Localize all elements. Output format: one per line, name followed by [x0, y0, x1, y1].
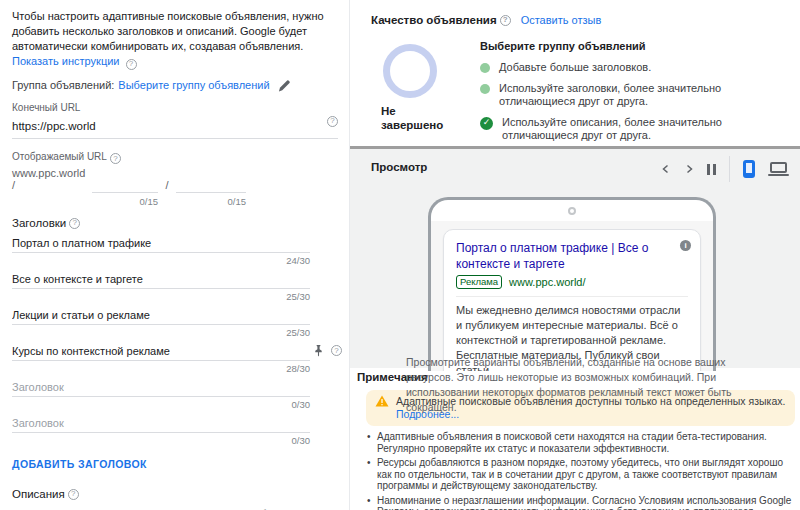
help-icon[interactable]: ? — [500, 15, 511, 26]
final-url-field[interactable]: https://ppc.world ? — [12, 116, 338, 139]
headline-input[interactable]: Все о контексте и таргете — [12, 272, 310, 289]
display-url-counters: 0/15 0/15 — [12, 196, 338, 207]
headline-counter: 28/30 — [12, 363, 310, 374]
headline-input-placeholder[interactable]: Заголовок — [12, 416, 310, 433]
preview-controls — [661, 157, 789, 181]
display-url-label-text: Отображаемый URL — [12, 151, 107, 162]
mobile-preview-button[interactable] — [743, 160, 755, 178]
select-ad-group-link[interactable]: Выберите группу объявлений — [118, 79, 269, 91]
help-icon[interactable]: ? — [110, 153, 121, 164]
headline-field-4[interactable]: Курсы по контекстной рекламе ? 28/30 — [12, 344, 310, 374]
headline-counter: 0/30 — [12, 435, 310, 446]
headline-input[interactable]: Курсы по контекстной рекламе — [12, 344, 310, 361]
headlines-heading: Заголовки? — [12, 217, 338, 229]
suggestion-item: Добавьте больше заголовков. — [480, 61, 794, 75]
note-item: •Адаптивные объявления в поисковой сети … — [366, 431, 795, 454]
ad-quality-panel: Качество объявления ? Оставить отзыв Не … — [350, 0, 800, 146]
path1-input[interactable] — [92, 178, 158, 193]
edit-pencil-icon[interactable] — [278, 79, 291, 92]
pause-icon[interactable] — [707, 164, 716, 175]
add-headline-button[interactable]: ДОБАВИТЬ ЗАГОЛОВОК — [12, 458, 147, 470]
suggestion-item: Используйте заголовки, более значительно… — [480, 82, 794, 109]
quality-suggestions: Выберите группу объявлений Добавьте боль… — [480, 40, 794, 150]
suggestions-title: Выберите группу объявлений — [480, 40, 794, 52]
help-icon[interactable]: ? — [331, 345, 342, 356]
note-text: Напоминание о неразглашении информации. … — [377, 495, 791, 510]
final-url-label: Конечный URL — [12, 102, 338, 113]
right-column: Качество объявления ? Оставить отзыв Не … — [349, 0, 800, 510]
headline-input-placeholder[interactable]: Заголовок — [12, 380, 310, 397]
intro-body: Чтобы настроить адаптивные поисковые объ… — [12, 10, 324, 52]
pending-dot-icon — [480, 84, 490, 94]
ad-card-divider — [456, 296, 688, 297]
ad-url-row: Реклама www.ppc.world/ — [456, 275, 688, 289]
display-url-label: Отображаемый URL? — [12, 151, 338, 165]
suggestion-item: ✓ Используйте описания, более значительн… — [480, 116, 794, 143]
display-url-base: www.ppc.world / — [12, 167, 90, 193]
ad-group-label: Группа объявлений: — [12, 79, 114, 91]
notes-list: •Адаптивные объявления в поисковой сети … — [366, 431, 795, 510]
help-icon[interactable]: ? — [327, 116, 338, 127]
headline-counter: 24/30 — [12, 255, 310, 266]
headline-counter: 0/30 — [12, 399, 310, 410]
preview-panel: Просмотр Портал о платном трафике | Все … — [350, 146, 800, 368]
check-circle-icon: ✓ — [480, 117, 493, 130]
pin-icon[interactable] — [313, 344, 324, 357]
descriptions-heading-text: Описания — [12, 488, 65, 500]
suggestion-text: Добавьте больше заголовков. — [499, 61, 651, 75]
preview-title: Просмотр — [371, 161, 427, 173]
suggestion-text: Используйте описания, более значительно … — [502, 116, 794, 143]
headlines-heading-text: Заголовки — [12, 217, 66, 229]
leave-feedback-link[interactable]: Оставить отзыв — [521, 14, 602, 26]
final-url-value: https://ppc.world — [12, 120, 96, 132]
help-icon[interactable]: ? — [69, 218, 80, 229]
path-separator: / — [160, 179, 174, 193]
phone-screen: Портал о платном трафике | Все о контекс… — [431, 221, 713, 371]
headline-field-5[interactable]: Заголовок 0/30 — [12, 380, 310, 410]
ad-preview-headline[interactable]: Портал о платном трафике | Все о контекс… — [456, 240, 688, 272]
descriptions-heading: Описания? — [12, 488, 338, 500]
headline-input[interactable]: Лекции и статьи о рекламе — [12, 308, 310, 325]
ad-preview-card: Портал о платном трафике | Все о контекс… — [443, 229, 701, 371]
warning-icon — [375, 395, 389, 407]
ad-group-row: Группа объявлений: Выберите группу объяв… — [12, 79, 338, 92]
headline-input[interactable]: Портал о платном трафике — [12, 236, 310, 253]
path1-counter: 0/15 — [92, 196, 158, 207]
next-variant-button[interactable] — [684, 164, 694, 174]
note-item: •Напоминание о неразглашении информации.… — [366, 495, 795, 510]
intro-text: Чтобы настроить адаптивные поисковые объ… — [12, 9, 348, 70]
headline-field-3[interactable]: Лекции и статьи о рекламе 25/30 — [12, 308, 310, 338]
path2-counter: 0/15 — [176, 196, 246, 207]
headline-counter: 25/30 — [12, 291, 310, 302]
bullet-icon: • — [367, 431, 371, 443]
note-text: Адаптивные объявления в поисковой сети н… — [377, 431, 767, 454]
show-instructions-link[interactable]: Показать инструкции — [12, 55, 119, 67]
info-icon[interactable]: i — [680, 240, 691, 251]
suggestion-text: Используйте заголовки, более значительно… — [499, 82, 794, 109]
ad-editor-page: Чтобы настроить адаптивные поисковые объ… — [0, 0, 800, 510]
headline-row-icons: ? — [313, 344, 342, 357]
phone-mockup: Портал о платном трафике | Все о контекс… — [428, 197, 716, 371]
path2-input[interactable] — [176, 178, 246, 193]
controls-divider — [729, 156, 730, 182]
ad-quality-header: Качество объявления ? Оставить отзыв — [371, 14, 601, 26]
quality-progress-ring — [383, 44, 437, 98]
help-icon[interactable]: ? — [68, 489, 79, 500]
headline-field-1[interactable]: Портал о платном трафике 24/30 — [12, 236, 310, 266]
note-text: Ресурсы добавляются в разном порядке, по… — [377, 457, 783, 491]
headline-counter: 25/30 — [12, 327, 310, 338]
headline-field-6[interactable]: Заголовок 0/30 — [12, 416, 310, 446]
help-icon[interactable]: ? — [126, 59, 137, 70]
desktop-preview-button[interactable] — [768, 162, 789, 176]
ad-edit-form: Чтобы настроить адаптивные поисковые объ… — [0, 0, 348, 510]
preview-caption: Просмотрите варианты объявлений, созданн… — [406, 355, 753, 415]
headline-field-2[interactable]: Все о контексте и таргете 25/30 — [12, 272, 310, 302]
bullet-icon: • — [367, 495, 371, 507]
ad-quality-title: Качество объявления — [371, 14, 497, 26]
previous-variant-button[interactable] — [661, 164, 671, 174]
quality-status-label: Не завершено — [381, 104, 451, 132]
display-url-row: www.ppc.world / / — [12, 167, 338, 193]
ad-display-url: www.ppc.world/ — [509, 276, 585, 288]
ad-badge: Реклама — [456, 275, 502, 289]
note-item: •Ресурсы добавляются в разном порядке, п… — [366, 457, 795, 492]
